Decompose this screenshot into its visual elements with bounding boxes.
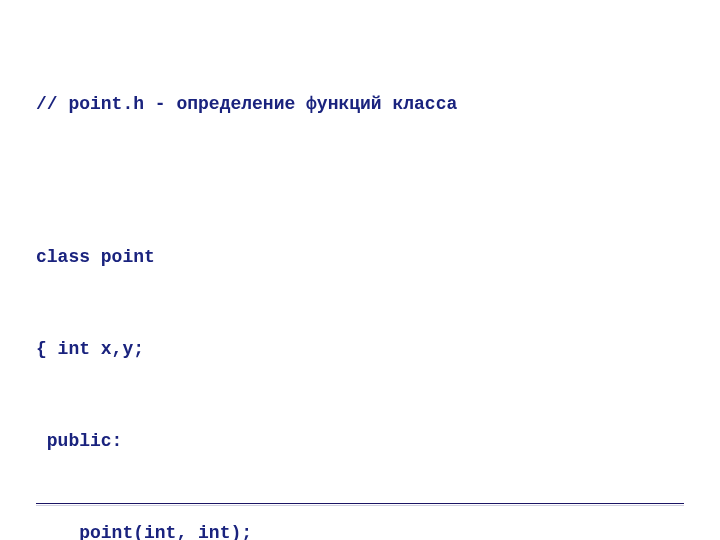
code-line: // point.h - определение функций класса	[36, 89, 684, 120]
code-line: class point	[36, 242, 684, 273]
code-line: { int x,y;	[36, 334, 684, 365]
code-block: // point.h - определение функций класса …	[36, 28, 684, 540]
code-line: public:	[36, 426, 684, 457]
slide: // point.h - определение функций класса …	[0, 0, 720, 540]
code-line: point(int, int);	[36, 518, 684, 541]
bottom-rule	[36, 503, 684, 504]
